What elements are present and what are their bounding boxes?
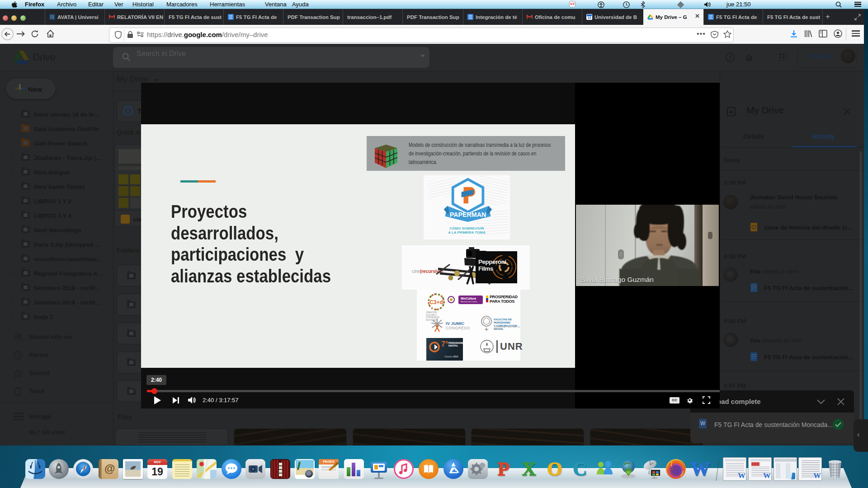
svg-text:?: ? (728, 55, 731, 61)
svg-text:PAPERMAN: PAPERMAN (450, 211, 486, 218)
svg-text:C3+d: C3+d (429, 299, 443, 305)
